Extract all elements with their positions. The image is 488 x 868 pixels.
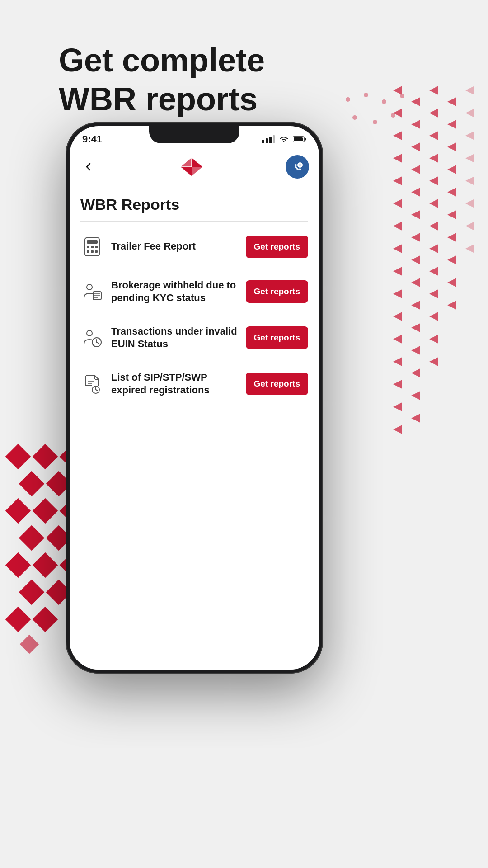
svg-marker-23 xyxy=(411,255,420,264)
svg-rect-97 xyxy=(262,140,264,143)
svg-marker-28 xyxy=(411,368,420,377)
brokerage-kyc-label: Brokerage withheld due to pending KYC st… xyxy=(111,279,241,305)
svg-marker-55 xyxy=(465,108,474,118)
svg-rect-122 xyxy=(91,250,94,253)
report-item-euin: Transactions under invalid EUIN Status G… xyxy=(80,315,308,361)
notch xyxy=(149,126,239,143)
page-title: WBR Reports xyxy=(80,196,308,213)
back-arrow-icon xyxy=(84,162,94,172)
svg-marker-26 xyxy=(411,323,420,332)
svg-marker-29 xyxy=(411,391,420,400)
svg-marker-37 xyxy=(429,222,438,231)
svg-rect-98 xyxy=(266,138,268,143)
phone-mockup: 9:41 xyxy=(66,122,323,674)
report-item-left-4: List of SIP/STP/SWP expired registration… xyxy=(80,371,241,397)
svg-rect-74 xyxy=(19,525,45,551)
svg-marker-48 xyxy=(447,188,456,197)
svg-rect-63 xyxy=(33,444,58,470)
svg-marker-39 xyxy=(429,267,438,276)
svg-marker-20 xyxy=(411,188,420,197)
svg-marker-31 xyxy=(429,86,438,95)
svg-marker-11 xyxy=(393,335,402,344)
svg-rect-103 xyxy=(305,138,306,141)
svg-point-129 xyxy=(87,330,92,336)
svg-rect-99 xyxy=(269,137,272,143)
euin-get-reports-btn[interactable]: Get reports xyxy=(246,326,308,349)
svg-marker-8 xyxy=(393,267,402,276)
back-button[interactable] xyxy=(80,158,98,176)
svg-point-90 xyxy=(346,97,350,102)
svg-rect-123 xyxy=(95,250,98,253)
report-item-left: Trailer Fee Report xyxy=(80,235,241,259)
svg-marker-60 xyxy=(465,222,474,231)
report-item-left-3: Transactions under invalid EUIN Status xyxy=(80,325,241,351)
trailer-fee-label: Trailer Fee Report xyxy=(111,240,196,253)
svg-rect-121 xyxy=(87,250,89,253)
svg-marker-6 xyxy=(393,222,402,231)
svg-rect-62 xyxy=(5,444,31,470)
support-button[interactable] xyxy=(286,155,309,179)
svg-point-115 xyxy=(300,164,301,165)
heading-line1: Get complete xyxy=(59,41,265,80)
svg-point-96 xyxy=(391,113,395,118)
person-kyc-icon xyxy=(80,280,104,303)
svg-marker-22 xyxy=(411,233,420,242)
svg-marker-14 xyxy=(393,402,402,411)
svg-point-91 xyxy=(364,93,368,97)
svg-marker-51 xyxy=(447,255,456,264)
hsbc-hexagon-logo xyxy=(179,156,204,178)
svg-marker-46 xyxy=(447,142,456,151)
svg-rect-79 xyxy=(33,552,58,578)
trailer-fee-get-reports-btn[interactable]: Get reports xyxy=(246,236,308,258)
svg-marker-43 xyxy=(429,357,438,366)
report-item-left-2: Brokerage withheld due to pending KYC st… xyxy=(80,279,241,305)
svg-marker-34 xyxy=(429,154,438,163)
svg-marker-25 xyxy=(411,301,420,310)
phone-chat-icon xyxy=(291,160,304,173)
svg-point-93 xyxy=(400,94,404,98)
svg-marker-30 xyxy=(411,414,420,423)
svg-marker-7 xyxy=(393,244,402,253)
svg-marker-15 xyxy=(393,425,402,434)
svg-marker-32 xyxy=(429,108,438,118)
svg-marker-10 xyxy=(393,312,402,321)
svg-marker-109 xyxy=(181,158,192,167)
report-item-brokerage-kyc: Brokerage withheld due to pending KYC st… xyxy=(80,269,308,315)
svg-marker-12 xyxy=(393,357,402,366)
document-clock-icon xyxy=(80,372,104,396)
svg-marker-9 xyxy=(393,289,402,298)
svg-marker-35 xyxy=(429,176,438,185)
svg-rect-71 xyxy=(33,498,58,524)
svg-line-141 xyxy=(96,390,98,391)
svg-marker-13 xyxy=(393,380,402,389)
svg-rect-102 xyxy=(294,137,303,141)
app-header xyxy=(70,151,319,183)
report-item-trailer-fee: Trailer Fee Report Get reports xyxy=(80,225,308,269)
app-content: WBR Reports xyxy=(70,183,319,670)
svg-marker-110 xyxy=(181,167,192,176)
status-time: 9:41 xyxy=(82,133,102,145)
svg-rect-78 xyxy=(5,552,31,578)
svg-marker-50 xyxy=(447,233,456,242)
svg-rect-100 xyxy=(273,135,275,143)
svg-marker-107 xyxy=(192,158,202,167)
calculator-icon xyxy=(80,235,104,259)
person-clock-icon xyxy=(80,326,104,349)
svg-marker-56 xyxy=(465,131,474,140)
phone-screen: 9:41 xyxy=(70,126,319,670)
brokerage-kyc-get-reports-btn[interactable]: Get reports xyxy=(246,280,308,303)
sip-get-reports-btn[interactable]: Get reports xyxy=(246,373,308,395)
svg-marker-40 xyxy=(429,289,438,298)
scattered-dots-top xyxy=(339,90,429,181)
svg-marker-59 xyxy=(465,199,474,208)
svg-marker-52 xyxy=(447,278,456,287)
svg-marker-47 xyxy=(447,165,456,174)
svg-marker-108 xyxy=(192,167,202,176)
battery-icon xyxy=(293,136,306,143)
reports-list: Trailer Fee Report Get reports xyxy=(80,225,308,408)
svg-marker-53 xyxy=(447,301,456,310)
signal-icon xyxy=(262,135,275,143)
svg-rect-84 xyxy=(5,607,31,632)
svg-marker-24 xyxy=(411,278,420,287)
svg-point-124 xyxy=(87,284,92,290)
